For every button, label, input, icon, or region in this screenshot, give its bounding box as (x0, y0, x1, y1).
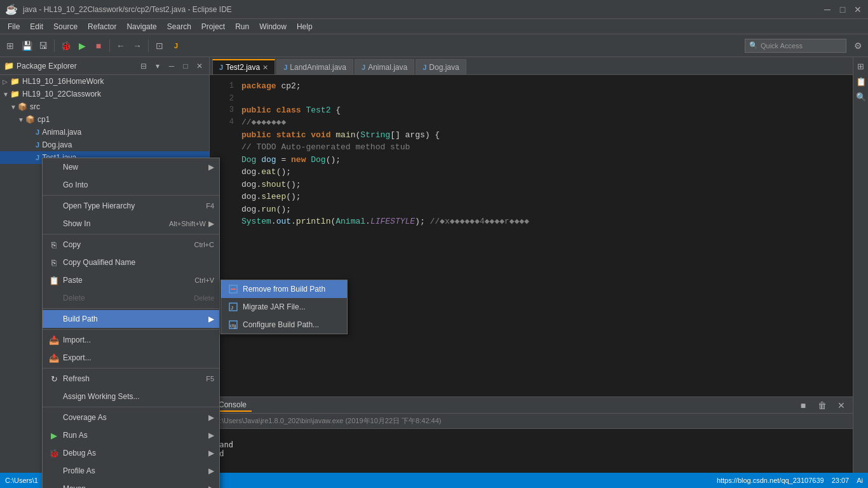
tb-run-btn[interactable]: ▶ (74, 38, 90, 53)
code-line-12: System.out.println(Animal.LIFESTYLE); //… (215, 215, 848, 228)
menu-navigate[interactable]: Navigate (121, 21, 161, 32)
tb-sep2 (109, 39, 110, 52)
tab-test2[interactable]: J Test2.java ✕ (212, 59, 275, 74)
cm-show-in[interactable]: Show In Alt+Shift+W ▶ (43, 215, 219, 233)
tree-item-dog[interactable]: J Dog.java (0, 139, 209, 151)
tab-landanimal[interactable]: J LandAnimal.java (276, 59, 353, 74)
tb-perspective-btn[interactable]: ⊡ (152, 38, 167, 53)
minimize-button[interactable]: ─ (822, 4, 832, 15)
editor-tabs: J Test2.java ✕ J LandAnimal.java J Anima… (210, 57, 853, 75)
console-stop-btn[interactable]: ■ (796, 398, 811, 413)
pe-menu-btn[interactable]: ▾ (152, 60, 163, 72)
code-line-1: 1 package cp2; (215, 80, 848, 93)
maximize-button[interactable]: □ (837, 4, 848, 15)
pe-collapse-btn[interactable]: ⊟ (138, 60, 149, 72)
tb-new-btn[interactable]: ⊞ (3, 38, 18, 53)
cm-sep2 (43, 234, 219, 234)
rs-icon-1[interactable]: ⊞ (855, 60, 867, 72)
cm-profile-as[interactable]: Profile As ▶ (43, 462, 219, 480)
quick-access-input[interactable]: 🔍 Quick Access (745, 39, 846, 53)
close-button[interactable]: ✕ (853, 4, 863, 15)
cm-sep3 (43, 308, 219, 309)
pe-minimize-btn[interactable]: ─ (166, 60, 177, 72)
cm-assign-working-sets[interactable]: Assign Working Sets... (43, 388, 219, 405)
cm-copy[interactable]: ⎘ Copy Ctrl+C (43, 236, 219, 254)
menu-file[interactable]: File (3, 21, 25, 32)
tb-stop-btn[interactable]: ■ (91, 38, 106, 53)
tab-animal[interactable]: J Animal.java (355, 59, 414, 74)
cm-delete: Delete Delete (43, 289, 219, 307)
menu-search[interactable]: Search (162, 21, 196, 32)
console-area: Console ■ 🗑 ✕ C:\Users\Java\jre1.8.0_202… (210, 396, 853, 473)
cm-import[interactable]: 📥 Import... (43, 331, 219, 349)
cm-refresh[interactable]: ↻ Refresh F5 (43, 370, 219, 388)
cm-new-icon (48, 161, 60, 173)
menu-project[interactable]: Project (196, 21, 230, 32)
bp-configure-label: Configure Build Path... (243, 320, 319, 329)
menu-help[interactable]: Help (292, 21, 318, 32)
cm-profile-as-icon (48, 464, 60, 477)
cm-refresh-icon: ↻ (48, 372, 60, 385)
tab-test2-close[interactable]: ✕ (262, 64, 268, 72)
tb-debug-btn[interactable]: 🐞 (58, 38, 73, 53)
cm-copy-qualified-icon: ⎘ (48, 256, 60, 269)
svg-text:cfg: cfg (230, 323, 236, 329)
console-close-btn[interactable]: ✕ (834, 398, 849, 413)
tab-dog-label: Dog.java (429, 63, 459, 72)
cm-open-type-icon (48, 200, 60, 212)
cm-copy-qualified[interactable]: ⎘ Copy Qualified Name (43, 254, 219, 271)
tab-animal-label: Animal.java (368, 63, 407, 72)
tb-settings-btn[interactable]: ⚙ (850, 38, 865, 53)
cm-export[interactable]: 📤 Export... (43, 349, 219, 367)
cm-paste[interactable]: 📋 Paste Ctrl+V (43, 271, 219, 289)
tree-item-src[interactable]: ▼ 📦 src (0, 100, 209, 113)
cm-open-type[interactable]: Open Type Hierarchy F4 (43, 197, 219, 215)
tree-item-animal[interactable]: J Animal.java (0, 126, 209, 139)
bp-migrate-label: Migrate JAR File... (243, 302, 306, 311)
bp-remove-label: Remove from Build Path (243, 285, 325, 294)
bp-remove-icon (227, 283, 239, 295)
tb-java-btn[interactable]: J (168, 38, 184, 53)
tree-item-hl16[interactable]: ▷ 📁 HL19_10_16HomeWork (0, 75, 209, 88)
tree-item-cp1[interactable]: ▼ 📦 cp1 (0, 113, 209, 126)
menu-window[interactable]: Window (254, 21, 292, 32)
cm-gointo[interactable]: Go Into (43, 176, 219, 194)
cm-coverage-as[interactable]: Coverage As ▶ (43, 409, 219, 426)
cm-run-as[interactable]: ▶ Run As ▶ (43, 426, 219, 444)
menu-edit[interactable]: Edit (25, 21, 48, 32)
console-clear-btn[interactable]: 🗑 (815, 398, 830, 413)
editor-content[interactable]: 1 package cp2; 2 3 public class Test2 { … (210, 75, 853, 396)
status-url: https://blog.csdn.net/qq_23107639 (717, 477, 824, 484)
pe-title: Package Explorer (17, 62, 135, 71)
bp-remove[interactable]: Remove from Build Path (221, 280, 347, 298)
context-menu: New ▶ Go Into Open Type Hierarchy F4 Sho… (42, 158, 220, 488)
svg-text:J: J (231, 305, 233, 311)
tab-dog[interactable]: J Dog.java (416, 59, 466, 74)
menu-source[interactable]: Source (48, 21, 83, 32)
tb-save-all-btn[interactable]: 🖫 (36, 38, 51, 53)
bp-configure[interactable]: cfg Configure Build Path... (221, 316, 347, 334)
cm-show-in-icon (48, 217, 60, 230)
status-right: https://blog.csdn.net/qq_23107639 23:07 … (717, 477, 863, 484)
cm-debug-as[interactable]: 🐞 Debug As ▶ (43, 444, 219, 462)
cm-new[interactable]: New ▶ (43, 158, 219, 176)
menu-refactor[interactable]: Refactor (83, 21, 121, 32)
build-path-submenu: Remove from Build Path J Migrate JAR Fil… (220, 280, 348, 334)
menu-run[interactable]: Run (230, 21, 254, 32)
code-line-2: 2 (215, 93, 848, 104)
right-sidebar: ⊞ 📋 🔍 (853, 57, 868, 473)
rs-icon-3[interactable]: 🔍 (855, 90, 867, 103)
pe-close-btn[interactable]: ✕ (194, 60, 205, 72)
bp-migrate[interactable]: J Migrate JAR File... (221, 298, 347, 316)
tb-back-btn[interactable]: ← (113, 38, 128, 53)
code-line-4: 4 //◆◆◆◆◆◆◆ (215, 116, 848, 129)
code-line-7: Dog dog = new Dog(); (215, 154, 848, 166)
pe-maximize-btn[interactable]: □ (180, 60, 191, 72)
tb-fwd-btn[interactable]: → (130, 38, 145, 53)
cm-maven[interactable]: Maven ▶ (43, 480, 219, 488)
tb-save-btn[interactable]: 💾 (19, 38, 34, 53)
cm-build-path[interactable]: Build Path ▶ (43, 310, 219, 328)
tree-item-hl22[interactable]: ▼ 📁 HL19_10_22Classwork (0, 88, 209, 100)
console-toolbar: C:\Users\Java\jre1.8.0_202\bin\javaw.exe… (210, 414, 853, 429)
rs-icon-2[interactable]: 📋 (855, 75, 867, 88)
